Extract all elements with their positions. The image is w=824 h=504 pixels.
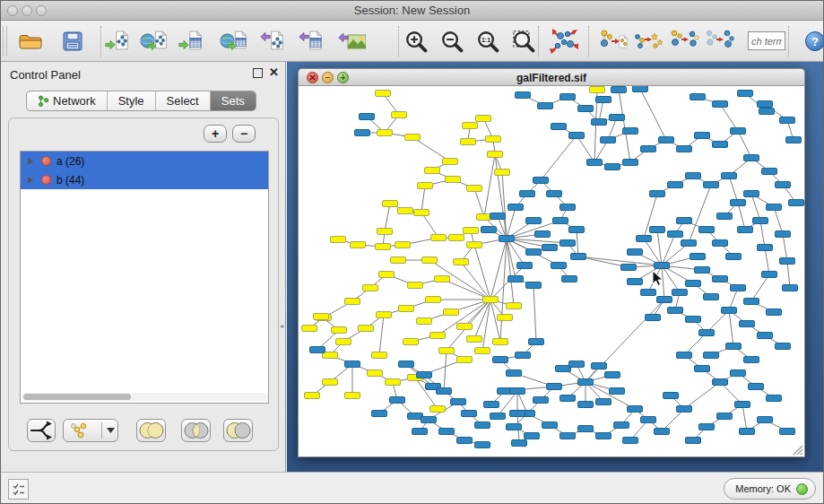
- tab-sets-label: Sets: [221, 94, 245, 108]
- import-network-web-icon: [139, 28, 168, 55]
- zoom-fit-selected-icon: [512, 30, 535, 53]
- import-network-file-icon: [104, 28, 133, 55]
- toolbar-drag-handle[interactable]: [3, 26, 7, 56]
- chevron-down-icon[interactable]: [107, 428, 115, 433]
- network-desktop: ✕ − + galFiltered.sif: [287, 62, 824, 472]
- import-network-file-button[interactable]: [104, 26, 133, 56]
- set-row-a[interactable]: a (26): [21, 152, 268, 170]
- memory-status-label: Memory: OK: [735, 483, 791, 494]
- zoom-out-icon: [440, 30, 464, 53]
- expand-triangle-icon[interactable]: [28, 177, 33, 184]
- export-network-button[interactable]: [259, 26, 288, 56]
- hide-selected-icon: [669, 28, 699, 55]
- network-graph-svg[interactable]: [299, 86, 805, 457]
- apply-layout-button[interactable]: [548, 26, 580, 56]
- resize-grip-icon[interactable]: [791, 443, 803, 456]
- network-frame[interactable]: ✕ − + galFiltered.sif: [298, 68, 805, 457]
- tab-network[interactable]: Network: [27, 91, 108, 110]
- help-icon: ?: [804, 30, 824, 52]
- memory-ok-dot-icon: [796, 483, 808, 495]
- set-color-dot-icon: [41, 175, 51, 185]
- toolbar-separator: [788, 26, 789, 56]
- memory-status-badge[interactable]: Memory: OK: [724, 478, 816, 500]
- control-panel-header: Control Panel ✕: [1, 62, 285, 87]
- tab-select-label: Select: [167, 94, 199, 108]
- network-canvas[interactable]: [298, 86, 805, 457]
- show-all-icon: [704, 28, 734, 55]
- new-network-from-selection-button[interactable]: [597, 26, 629, 56]
- search-input[interactable]: [748, 31, 785, 50]
- set-label: b (44): [56, 174, 84, 187]
- task-history-button[interactable]: [8, 479, 29, 500]
- zoom-actual-size-icon: 1:1: [476, 30, 499, 53]
- toolbar: 1:1 ?: [1, 21, 823, 62]
- save-session-icon: [63, 31, 82, 51]
- panel-collapse-handle[interactable]: ◂: [280, 320, 286, 333]
- zoom-actual-size-button[interactable]: 1:1: [473, 26, 502, 56]
- zoom-in-icon: [404, 30, 428, 53]
- add-set-button[interactable]: +: [204, 125, 227, 143]
- close-panel-icon[interactable]: ✕: [269, 66, 279, 78]
- set-difference-button[interactable]: [223, 419, 253, 442]
- save-session-button[interactable]: [58, 26, 87, 56]
- open-session-button[interactable]: [16, 26, 45, 56]
- first-neighbors-button[interactable]: [632, 26, 664, 56]
- sets-horizontal-scrollbar[interactable]: [22, 393, 268, 401]
- new-network-from-selection-icon: [598, 28, 629, 55]
- import-network-web-button[interactable]: [139, 26, 168, 56]
- set-union-icon: [137, 420, 165, 441]
- control-panel: Control Panel ✕ Network Style Select Set…: [1, 62, 286, 472]
- import-table-web-icon: [219, 28, 247, 55]
- app-window: Session: New Session: [0, 0, 824, 504]
- import-table-file-button[interactable]: [178, 26, 206, 56]
- split-set-button[interactable]: [27, 419, 56, 442]
- svg-text:?: ?: [811, 35, 819, 48]
- zoom-out-button[interactable]: [438, 26, 466, 56]
- tab-style-label: Style: [118, 94, 144, 108]
- export-network-icon: [259, 28, 288, 55]
- control-panel-tabs: Network Style Select Sets: [26, 91, 256, 111]
- set-union-button[interactable]: [136, 419, 166, 442]
- scrollbar-thumb[interactable]: [23, 394, 131, 400]
- sets-list: a (26) b (44): [20, 151, 269, 404]
- control-panel-title: Control Panel: [10, 68, 81, 82]
- create-set-icon: [66, 421, 97, 439]
- create-set-button[interactable]: [63, 419, 118, 442]
- expand-triangle-icon[interactable]: [28, 158, 33, 165]
- set-label: a (26): [56, 155, 84, 168]
- zoom-in-button[interactable]: [402, 26, 430, 56]
- button-divider: [101, 422, 102, 439]
- status-bar: Memory: OK: [1, 472, 823, 504]
- remove-set-button[interactable]: −: [232, 125, 256, 143]
- tab-select[interactable]: Select: [156, 91, 211, 110]
- set-intersection-button[interactable]: [181, 419, 211, 442]
- float-panel-icon[interactable]: [253, 68, 263, 78]
- tab-network-label: Network: [53, 94, 96, 108]
- task-checklist-icon: [12, 482, 26, 496]
- network-frame-title: galFiltered.sif: [299, 72, 804, 84]
- tab-style[interactable]: Style: [108, 91, 156, 110]
- network-frame-titlebar[interactable]: ✕ − + galFiltered.sif: [298, 68, 805, 86]
- export-image-button[interactable]: [337, 26, 366, 56]
- export-image-icon: [337, 28, 366, 55]
- set-difference-icon: [224, 420, 252, 441]
- help-button[interactable]: ?: [803, 26, 824, 56]
- set-row-b[interactable]: b (44): [21, 170, 268, 189]
- window-title: Session: New Session: [1, 4, 823, 17]
- mouse-cursor-icon: [652, 270, 664, 287]
- zoom-fit-selected-button[interactable]: [509, 26, 538, 56]
- show-all-button[interactable]: [703, 26, 735, 56]
- sets-panel: + − a (26) b (44): [8, 117, 279, 451]
- export-table-icon: [298, 28, 326, 55]
- hide-selected-button[interactable]: [668, 26, 700, 56]
- network-tab-icon: [38, 95, 49, 107]
- toolbar-separator: [588, 26, 589, 56]
- set-intersection-icon: [182, 420, 210, 441]
- toolbar-separator: [100, 26, 101, 56]
- tab-sets[interactable]: Sets: [211, 91, 256, 110]
- import-table-web-button[interactable]: [219, 26, 247, 56]
- titlebar: Session: New Session: [1, 1, 823, 21]
- export-table-button[interactable]: [298, 26, 326, 56]
- first-neighbors-icon: [633, 28, 664, 55]
- import-table-file-icon: [178, 28, 206, 55]
